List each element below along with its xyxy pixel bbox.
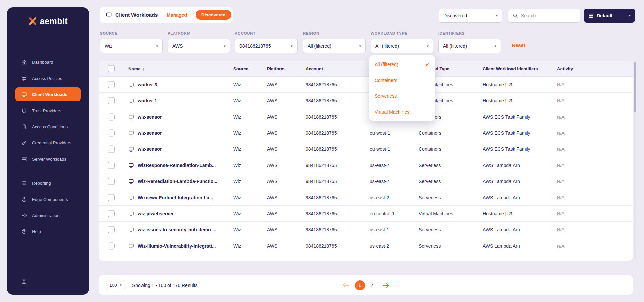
table-row[interactable]: worker-3WizAWS984186218765Virtual Machin…	[99, 77, 633, 93]
sidebar-item-dashboard[interactable]: Dashboard	[7, 54, 89, 70]
next-page-arrow-icon[interactable]	[382, 282, 390, 288]
sidebar-item-credential-providers[interactable]: Credential Providers	[7, 135, 89, 151]
row-checkbox[interactable]	[108, 242, 115, 249]
user-icon[interactable]	[20, 278, 28, 286]
menu-item-virtual-machines[interactable]: Virtual Machines	[369, 104, 435, 120]
filter-select-identifiers[interactable]: All (filtered)▾	[438, 39, 501, 53]
cell-identifiers: Hostname [+3]	[483, 98, 513, 103]
table-row[interactable]: Wiz-Illumio-Vulnerability-Integrati...Wi…	[99, 238, 633, 254]
cell-source: Wiz	[233, 163, 241, 168]
workload-name[interactable]: Wiz-Illumio-Vulnerability-Integrati...	[138, 243, 216, 249]
table-row[interactable]: Wiz-Remediation-Lambda-Functio...WizAWS9…	[99, 173, 633, 189]
page-button-2[interactable]: 2	[367, 280, 377, 290]
row-checkbox[interactable]	[108, 210, 115, 217]
row-checkbox[interactable]	[108, 145, 115, 153]
cell-identifiers: AWS Lambda Arn	[483, 163, 520, 168]
workload-name[interactable]: WizResponse-Remediation-Lamb...	[138, 163, 216, 168]
cell-workload-type: Serverless	[419, 163, 441, 168]
previous-page-arrow-icon[interactable]	[342, 282, 350, 288]
vertical-scrollbar[interactable]	[634, 62, 636, 259]
row-checkbox[interactable]	[108, 226, 115, 233]
row-checkbox[interactable]	[108, 178, 115, 185]
filter-select-value: All (filtered)	[308, 43, 331, 49]
cell-workload-type: Containers	[419, 130, 441, 136]
table-row[interactable]: wiz-sensorWizAWS984186218765ContainersAW…	[99, 109, 633, 125]
sidebar: aembit DashboardAccess PoliciesClient Wo…	[7, 7, 89, 295]
workload-name[interactable]: wiz-sensor	[138, 130, 162, 136]
menu-item-label: Containers	[375, 78, 397, 83]
search-input[interactable]	[521, 13, 576, 18]
sidebar-item-help[interactable]: Help	[7, 223, 89, 240]
table-row[interactable]: wiz-issues-to-security-hub-demo-...WizAW…	[99, 222, 633, 238]
cell-platform: AWS	[267, 146, 277, 152]
filter-select-platform[interactable]: AWS▾	[168, 39, 230, 53]
filter-label-identifiers: IDENTIFIERS	[438, 31, 465, 35]
page-button-1[interactable]: 1	[355, 280, 365, 290]
filter-select-region[interactable]: All (filtered)▾	[303, 39, 366, 53]
cell-account: 984186218765	[306, 146, 337, 152]
sidebar-item-client-workloads[interactable]: Client Workloads	[15, 87, 81, 101]
layout-default-button[interactable]: Default ▾	[584, 9, 635, 23]
chevron-down-icon: ▾	[153, 44, 158, 48]
filter-select-workload-type[interactable]: All (filtered)▾	[371, 39, 433, 53]
workload-name[interactable]: Wiznewv-Fortinet-Integration-La...	[138, 195, 213, 200]
cell-region: us-east-2	[370, 195, 389, 200]
cell-account: 984186218765	[306, 98, 337, 103]
cell-region: us-east-2	[370, 163, 389, 168]
table-row[interactable]: Wiznewv-Fortinet-Integration-La...WizAWS…	[99, 189, 633, 206]
search-box[interactable]	[508, 9, 580, 23]
table-row[interactable]: wiz-sensorWizAWS984186218765eu-west-1Con…	[99, 125, 633, 141]
table-row[interactable]: worker-1WizAWS984186218765Virtual Machin…	[99, 93, 633, 109]
check-icon: ✓	[425, 61, 430, 68]
workload-name[interactable]: wiz-issues-to-security-hub-demo-...	[138, 227, 216, 232]
sidebar-item-label: Access Conditions	[32, 124, 68, 129]
column-header-client-workload-identifiers: Client Workload Identifiers	[483, 66, 538, 71]
workload-name[interactable]: Wiz-Remediation-Lambda-Functio...	[138, 179, 217, 184]
workload-name[interactable]: worker-3	[138, 82, 157, 87]
sidebar-item-label: Credential Providers	[32, 140, 71, 145]
menu-item-label: Virtual Machines	[375, 109, 409, 115]
select-all-checkbox[interactable]	[108, 65, 115, 72]
scrollbar-thumb[interactable]	[634, 62, 636, 112]
workload-name[interactable]: wiz-sensor	[138, 114, 162, 120]
menu-item-serverless[interactable]: Serverless	[369, 88, 435, 104]
cell-account: 984186218765	[306, 114, 337, 120]
view-select[interactable]: Discovered ▾	[439, 9, 502, 23]
sidebar-item-administration[interactable]: Administration	[7, 207, 89, 223]
title-card: Client Workloads Managed Discovered	[100, 7, 233, 23]
row-checkbox[interactable]	[108, 162, 115, 169]
reset-filters-link[interactable]: Reset	[512, 43, 525, 48]
sidebar-item-server-workloads[interactable]: Server Workloads	[7, 151, 89, 167]
filter-select-account[interactable]: 984186218765▾	[235, 39, 298, 53]
cell-account: 984186218765	[306, 179, 337, 184]
sidebar-item-edge-components[interactable]: Edge Components	[7, 191, 89, 207]
cell-source: Wiz	[233, 227, 241, 232]
sidebar-item-access-conditions[interactable]: Access Conditions	[7, 119, 89, 135]
sidebar-item-label: Access Policies	[32, 76, 62, 81]
sidebar-item-reporting[interactable]: Reporting	[7, 175, 89, 191]
row-checkbox[interactable]	[108, 113, 115, 120]
workload-name[interactable]: worker-1	[138, 98, 157, 103]
table-row[interactable]: WizResponse-Remediation-Lamb...WizAWS984…	[99, 157, 633, 173]
row-checkbox[interactable]	[108, 97, 115, 104]
tab-managed[interactable]: Managed	[167, 12, 187, 18]
row-checkbox[interactable]	[108, 129, 115, 136]
sidebar-item-trust-providers[interactable]: Trust Providers	[7, 102, 89, 119]
cell-region: eu-west-1	[370, 130, 390, 136]
column-header-name[interactable]: Name↓	[128, 66, 145, 71]
table-row[interactable]: wiz-sensorWizAWS984186218765eu-west-1Con…	[99, 141, 633, 157]
row-checkbox[interactable]	[108, 81, 115, 88]
workload-icon	[128, 178, 134, 184]
filter-select-source[interactable]: Wiz▾	[100, 39, 163, 53]
reporting-icon	[21, 180, 27, 186]
filter-label-region: REGION	[303, 31, 319, 35]
menu-item-all-filtered[interactable]: All (filtered)✓	[369, 56, 435, 72]
menu-item-containers[interactable]: Containers	[369, 72, 435, 88]
table-row[interactable]: wiz-jdwebserverWizAWS984186218765eu-cent…	[99, 206, 633, 222]
cell-platform: AWS	[267, 195, 277, 200]
row-checkbox[interactable]	[108, 194, 115, 201]
workload-name[interactable]: wiz-sensor	[138, 146, 162, 152]
sidebar-item-access-policies[interactable]: Access Policies	[7, 70, 89, 86]
workload-name[interactable]: wiz-jdwebserver	[138, 211, 174, 216]
tab-discovered[interactable]: Discovered	[196, 10, 231, 20]
